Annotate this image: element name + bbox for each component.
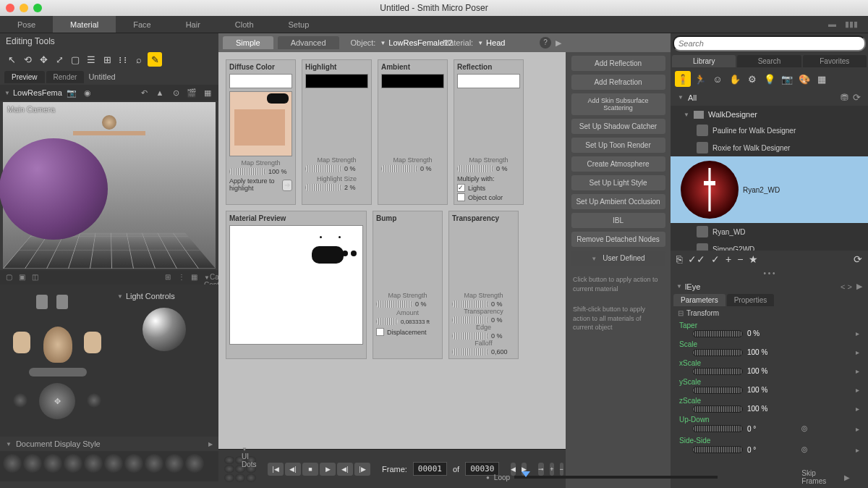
- display-style-10[interactable]: [185, 454, 204, 473]
- apply-texture-button[interactable]: ➔: [282, 180, 292, 191]
- view-icon-1[interactable]: ▢: [6, 273, 14, 282]
- figure-dropdown[interactable]: LowResFema: [13, 88, 62, 97]
- snapshot-icon[interactable]: 📷: [65, 87, 78, 98]
- lib-new-folder-icon[interactable]: ⎘: [676, 253, 682, 265]
- ambient-strength-slider[interactable]: [381, 165, 417, 172]
- stats-icon[interactable]: ▮▮▮: [845, 20, 858, 29]
- param-tab-properties[interactable]: Properties: [727, 294, 775, 306]
- render-icon[interactable]: ◉: [81, 87, 94, 98]
- library-all[interactable]: All: [688, 93, 697, 102]
- play-button[interactable]: ▶: [320, 463, 336, 476]
- zoom-tool[interactable]: ⌕: [132, 52, 146, 67]
- action-ibl[interactable]: IBL: [571, 213, 665, 228]
- action-atmosphere[interactable]: Create Atmosphere: [571, 156, 665, 172]
- keyframe-icon[interactable]: ⊚: [801, 445, 808, 455]
- lib-hair-icon[interactable]: ✋: [727, 71, 743, 87]
- falloff-slider[interactable]: [452, 348, 488, 356]
- film-icon[interactable]: ▦: [201, 87, 214, 98]
- edge-slider[interactable]: [452, 332, 488, 340]
- lib-cameras-icon[interactable]: 📷: [779, 71, 795, 87]
- render-tab[interactable]: Render: [46, 71, 85, 83]
- display-style-1[interactable]: [3, 454, 22, 473]
- tree-item-roxie[interactable]: Roxie for Walk Designer: [671, 139, 868, 156]
- tree-item-ryan2[interactable]: Ryan2_WD: [671, 156, 868, 223]
- param-group-transform[interactable]: Transform: [686, 309, 719, 317]
- multiply-lights-check[interactable]: [457, 184, 465, 192]
- tab-pose[interactable]: Pose: [0, 16, 53, 33]
- lib-add-icon[interactable]: +: [726, 253, 731, 265]
- bump-amount-slider[interactable]: [376, 318, 398, 325]
- lib-sync-icon[interactable]: ⟳: [854, 253, 862, 265]
- prev-frame-button[interactable]: ◀|: [285, 463, 301, 476]
- lib-drive-icon[interactable]: ⛃: [841, 92, 848, 103]
- display-style-2[interactable]: [23, 454, 42, 473]
- diffuse-strength-slider[interactable]: [229, 168, 265, 175]
- param-slider-side-side[interactable]: [692, 446, 743, 453]
- help-icon[interactable]: ?: [540, 37, 551, 49]
- keyframe-icon[interactable]: ⊚: [801, 424, 808, 434]
- action-add-sss[interactable]: Add Skin Subsurface Scattering: [571, 93, 665, 115]
- movie-icon[interactable]: 🎬: [185, 87, 198, 98]
- lib-remove-icon[interactable]: −: [737, 253, 743, 265]
- multiply-objcolor-check[interactable]: [457, 193, 465, 201]
- move-tool[interactable]: ✥: [36, 52, 51, 67]
- ambient-swatch[interactable]: [381, 74, 444, 88]
- tab-face[interactable]: Face: [116, 16, 168, 33]
- param-tab-parameters[interactable]: Parameters: [673, 294, 726, 306]
- param-menu-icon[interactable]: ▸: [856, 405, 859, 413]
- trans-strength-slider[interactable]: [452, 300, 488, 308]
- lib-favorite-icon[interactable]: ★: [749, 253, 758, 265]
- action-ambient-occlusion[interactable]: Set Up Ambient Occlusion: [571, 194, 665, 209]
- highlight-strength-slider[interactable]: [305, 165, 341, 172]
- lib-tab-favorites[interactable]: Favorites: [803, 55, 867, 67]
- param-slider-xscale[interactable]: [692, 368, 743, 375]
- action-user-defined[interactable]: ▼User Defined: [571, 251, 665, 266]
- lock-icon[interactable]: ↶: [137, 87, 150, 98]
- frame-current[interactable]: 00001: [413, 462, 447, 476]
- trans-slider[interactable]: [452, 316, 488, 324]
- preview-tab[interactable]: Preview: [4, 71, 45, 83]
- diffuse-texture[interactable]: [229, 91, 292, 156]
- lib-props-icon[interactable]: ⚙: [744, 71, 760, 87]
- action-add-reflection[interactable]: Add Reflection: [571, 56, 665, 71]
- chat-icon[interactable]: ▬: [828, 20, 836, 29]
- display-style-5[interactable]: [84, 454, 103, 473]
- lib-lights-icon[interactable]: 💡: [762, 71, 778, 87]
- tree-item-ryan[interactable]: Ryan_WD: [671, 223, 868, 240]
- display-style-6[interactable]: [104, 454, 123, 473]
- action-toon-render[interactable]: Set Up Toon Render: [571, 138, 665, 153]
- step-back-button[interactable]: ◀|: [337, 463, 353, 476]
- action-remove-detached[interactable]: Remove Detached Nodes: [571, 232, 665, 247]
- view-icon-3[interactable]: ◫: [32, 273, 41, 282]
- param-menu-icon[interactable]: ▸: [856, 425, 859, 433]
- scale-tool[interactable]: ⤢: [52, 52, 67, 67]
- lib-scenes-icon[interactable]: ▦: [814, 71, 830, 87]
- lib-check-icon[interactable]: ✓: [711, 253, 720, 265]
- lib-tab-search[interactable]: Search: [737, 55, 801, 67]
- figure-dropdown-arrow[interactable]: ▼: [4, 90, 10, 96]
- action-add-refraction[interactable]: Add Refraction: [571, 75, 665, 90]
- view-icon-6[interactable]: ▦: [191, 273, 200, 282]
- target-icon[interactable]: ⊙: [169, 87, 182, 98]
- param-menu-icon[interactable]: ▸: [856, 329, 859, 337]
- display-style-8[interactable]: [145, 454, 163, 473]
- bump-strength-slider[interactable]: [376, 300, 412, 308]
- action-shadow-catcher[interactable]: Set Up Shadow Catcher: [571, 119, 665, 134]
- grid-tool[interactable]: ⊞: [100, 52, 114, 67]
- loop-slider[interactable]: [514, 476, 718, 479]
- material-dropdown[interactable]: ▼Head: [477, 38, 505, 47]
- simple-tab[interactable]: Simple: [223, 36, 273, 49]
- settings-tool[interactable]: ⫶⫶: [116, 52, 130, 67]
- param-slider-taper[interactable]: [692, 330, 743, 337]
- display-style-7[interactable]: [124, 454, 143, 473]
- viewport[interactable]: Main Camera: [3, 102, 216, 269]
- display-style-3[interactable]: [43, 454, 62, 473]
- param-slider-yscale[interactable]: [692, 387, 743, 394]
- expand-icon[interactable]: ▶: [556, 38, 561, 48]
- display-style-4[interactable]: [64, 454, 82, 473]
- tree-item-pauline[interactable]: Pauline for Walk Designer: [671, 122, 868, 139]
- advanced-tab[interactable]: Advanced: [278, 36, 339, 49]
- lib-refresh-icon[interactable]: ⟳: [853, 92, 861, 103]
- lib-figures-icon[interactable]: 🧍: [675, 71, 691, 87]
- displacement-check[interactable]: [376, 328, 384, 336]
